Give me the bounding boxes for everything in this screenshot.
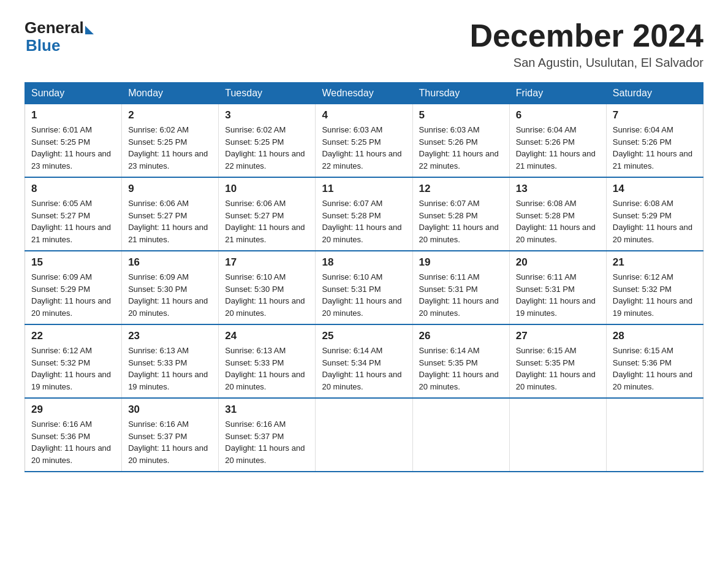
- calendar-cell: 23 Sunrise: 6:13 AMSunset: 5:33 PMDaylig…: [122, 324, 219, 398]
- day-number: 1: [31, 109, 115, 121]
- calendar-cell: [412, 398, 509, 472]
- calendar-table: SundayMondayTuesdayWednesdayThursdayFrid…: [25, 82, 703, 472]
- day-number: 5: [419, 109, 503, 121]
- day-info: Sunrise: 6:02 AMSunset: 5:25 PMDaylight:…: [128, 124, 212, 172]
- day-number: 21: [613, 256, 697, 269]
- calendar-week-row: 29 Sunrise: 6:16 AMSunset: 5:36 PMDaylig…: [25, 398, 703, 472]
- day-info: Sunrise: 6:10 AMSunset: 5:31 PMDaylight:…: [322, 271, 406, 319]
- calendar-header-row: SundayMondayTuesdayWednesdayThursdayFrid…: [25, 83, 703, 104]
- day-number: 10: [225, 183, 309, 195]
- calendar-cell: 17 Sunrise: 6:10 AMSunset: 5:30 PMDaylig…: [219, 251, 316, 324]
- day-number: 15: [31, 256, 115, 269]
- header-monday: Monday: [122, 83, 219, 104]
- calendar-cell: 27 Sunrise: 6:15 AMSunset: 5:35 PMDaylig…: [509, 324, 606, 398]
- day-info: Sunrise: 6:02 AMSunset: 5:25 PMDaylight:…: [225, 124, 309, 172]
- day-number: 26: [419, 330, 503, 342]
- day-info: Sunrise: 6:07 AMSunset: 5:28 PMDaylight:…: [322, 197, 406, 245]
- logo-general-text: General: [25, 18, 84, 37]
- day-number: 25: [322, 330, 406, 342]
- calendar-cell: 30 Sunrise: 6:16 AMSunset: 5:37 PMDaylig…: [122, 398, 219, 472]
- calendar-cell: 8 Sunrise: 6:05 AMSunset: 5:27 PMDayligh…: [25, 177, 122, 251]
- month-title: December 2024: [469, 18, 703, 53]
- day-number: 3: [225, 109, 309, 121]
- calendar-cell: [316, 398, 412, 472]
- day-info: Sunrise: 6:11 AMSunset: 5:31 PMDaylight:…: [516, 271, 600, 319]
- header-sunday: Sunday: [25, 83, 122, 104]
- calendar-cell: 4 Sunrise: 6:03 AMSunset: 5:25 PMDayligh…: [316, 104, 412, 178]
- calendar-cell: 9 Sunrise: 6:06 AMSunset: 5:27 PMDayligh…: [122, 177, 219, 251]
- calendar-cell: 5 Sunrise: 6:03 AMSunset: 5:26 PMDayligh…: [412, 104, 509, 178]
- calendar-cell: 25 Sunrise: 6:14 AMSunset: 5:34 PMDaylig…: [316, 324, 412, 398]
- calendar-cell: 14 Sunrise: 6:08 AMSunset: 5:29 PMDaylig…: [606, 177, 703, 251]
- calendar-cell: 3 Sunrise: 6:02 AMSunset: 5:25 PMDayligh…: [219, 104, 316, 178]
- calendar-cell: 24 Sunrise: 6:13 AMSunset: 5:33 PMDaylig…: [219, 324, 316, 398]
- day-number: 30: [128, 404, 212, 416]
- location-subtitle: San Agustin, Usulutan, El Salvador: [469, 56, 703, 70]
- day-number: 16: [128, 256, 212, 269]
- day-info: Sunrise: 6:03 AMSunset: 5:25 PMDaylight:…: [322, 124, 406, 172]
- day-info: Sunrise: 6:05 AMSunset: 5:27 PMDaylight:…: [31, 197, 115, 245]
- calendar-cell: 13 Sunrise: 6:08 AMSunset: 5:28 PMDaylig…: [509, 177, 606, 251]
- day-number: 9: [128, 183, 212, 195]
- day-info: Sunrise: 6:11 AMSunset: 5:31 PMDaylight:…: [419, 271, 503, 319]
- calendar-cell: 11 Sunrise: 6:07 AMSunset: 5:28 PMDaylig…: [316, 177, 412, 251]
- calendar-week-row: 15 Sunrise: 6:09 AMSunset: 5:29 PMDaylig…: [25, 251, 703, 324]
- day-number: 8: [31, 183, 115, 195]
- calendar-week-row: 8 Sunrise: 6:05 AMSunset: 5:27 PMDayligh…: [25, 177, 703, 251]
- day-number: 24: [225, 330, 309, 342]
- day-info: Sunrise: 6:15 AMSunset: 5:35 PMDaylight:…: [516, 345, 600, 393]
- calendar-cell: 12 Sunrise: 6:07 AMSunset: 5:28 PMDaylig…: [412, 177, 509, 251]
- calendar-cell: 15 Sunrise: 6:09 AMSunset: 5:29 PMDaylig…: [25, 251, 122, 324]
- header-tuesday: Tuesday: [219, 83, 316, 104]
- calendar-cell: 6 Sunrise: 6:04 AMSunset: 5:26 PMDayligh…: [509, 104, 606, 178]
- calendar-cell: 10 Sunrise: 6:06 AMSunset: 5:27 PMDaylig…: [219, 177, 316, 251]
- calendar-cell: [509, 398, 606, 472]
- day-number: 18: [322, 256, 406, 269]
- day-number: 17: [225, 256, 309, 269]
- calendar-cell: 20 Sunrise: 6:11 AMSunset: 5:31 PMDaylig…: [509, 251, 606, 324]
- calendar-week-row: 22 Sunrise: 6:12 AMSunset: 5:32 PMDaylig…: [25, 324, 703, 398]
- page-header: General Blue December 2024 San Agustin, …: [25, 18, 703, 70]
- day-info: Sunrise: 6:16 AMSunset: 5:37 PMDaylight:…: [225, 418, 309, 466]
- day-info: Sunrise: 6:09 AMSunset: 5:29 PMDaylight:…: [31, 271, 115, 319]
- day-info: Sunrise: 6:14 AMSunset: 5:34 PMDaylight:…: [322, 345, 406, 393]
- day-number: 7: [613, 109, 697, 121]
- day-info: Sunrise: 6:07 AMSunset: 5:28 PMDaylight:…: [419, 197, 503, 245]
- header-wednesday: Wednesday: [316, 83, 412, 104]
- day-number: 22: [31, 330, 115, 342]
- logo-blue-text: Blue: [26, 36, 60, 55]
- calendar-week-row: 1 Sunrise: 6:01 AMSunset: 5:25 PMDayligh…: [25, 104, 703, 178]
- day-info: Sunrise: 6:13 AMSunset: 5:33 PMDaylight:…: [225, 345, 309, 393]
- calendar-cell: 28 Sunrise: 6:15 AMSunset: 5:36 PMDaylig…: [606, 324, 703, 398]
- day-number: 4: [322, 109, 406, 121]
- day-number: 19: [419, 256, 503, 269]
- calendar-cell: 31 Sunrise: 6:16 AMSunset: 5:37 PMDaylig…: [219, 398, 316, 472]
- calendar-cell: [606, 398, 703, 472]
- calendar-cell: 19 Sunrise: 6:11 AMSunset: 5:31 PMDaylig…: [412, 251, 509, 324]
- day-number: 31: [225, 404, 309, 416]
- calendar-cell: 29 Sunrise: 6:16 AMSunset: 5:36 PMDaylig…: [25, 398, 122, 472]
- calendar-cell: 22 Sunrise: 6:12 AMSunset: 5:32 PMDaylig…: [25, 324, 122, 398]
- day-info: Sunrise: 6:12 AMSunset: 5:32 PMDaylight:…: [31, 345, 115, 393]
- calendar-cell: 2 Sunrise: 6:02 AMSunset: 5:25 PMDayligh…: [122, 104, 219, 178]
- day-info: Sunrise: 6:08 AMSunset: 5:28 PMDaylight:…: [516, 197, 600, 245]
- logo: General Blue: [25, 18, 94, 55]
- day-number: 20: [516, 256, 600, 269]
- day-info: Sunrise: 6:14 AMSunset: 5:35 PMDaylight:…: [419, 345, 503, 393]
- day-info: Sunrise: 6:10 AMSunset: 5:30 PMDaylight:…: [225, 271, 309, 319]
- day-number: 2: [128, 109, 212, 121]
- header-thursday: Thursday: [412, 83, 509, 104]
- day-info: Sunrise: 6:15 AMSunset: 5:36 PMDaylight:…: [613, 345, 697, 393]
- day-number: 13: [516, 183, 600, 195]
- day-info: Sunrise: 6:16 AMSunset: 5:36 PMDaylight:…: [31, 418, 115, 466]
- day-info: Sunrise: 6:09 AMSunset: 5:30 PMDaylight:…: [128, 271, 212, 319]
- day-info: Sunrise: 6:04 AMSunset: 5:26 PMDaylight:…: [516, 124, 600, 172]
- day-number: 29: [31, 404, 115, 416]
- calendar-cell: 18 Sunrise: 6:10 AMSunset: 5:31 PMDaylig…: [316, 251, 412, 324]
- calendar-cell: 1 Sunrise: 6:01 AMSunset: 5:25 PMDayligh…: [25, 104, 122, 178]
- header-friday: Friday: [509, 83, 606, 104]
- day-info: Sunrise: 6:06 AMSunset: 5:27 PMDaylight:…: [225, 197, 309, 245]
- calendar-cell: 21 Sunrise: 6:12 AMSunset: 5:32 PMDaylig…: [606, 251, 703, 324]
- day-info: Sunrise: 6:01 AMSunset: 5:25 PMDaylight:…: [31, 124, 115, 172]
- day-number: 12: [419, 183, 503, 195]
